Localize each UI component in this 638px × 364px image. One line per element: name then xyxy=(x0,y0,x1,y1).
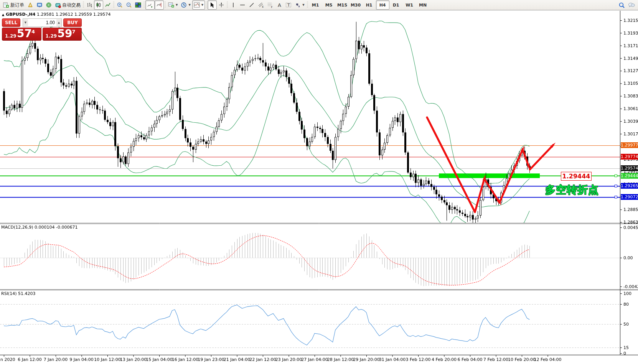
zoom-out-icon xyxy=(126,2,132,8)
price-badge-1.29265: 1.29265 xyxy=(621,183,638,189)
price-level-label[interactable]: 1.29444 xyxy=(561,172,592,181)
new-order-button[interactable]: 新订单 xyxy=(2,0,26,10)
ohlc-values: 1.29581 1.29612 1.29559 1.29574 xyxy=(37,12,110,17)
rsi-label: RSI(14) 51.4203 xyxy=(1,291,35,296)
new-chart-icon xyxy=(168,2,174,8)
volume-stepper: ▼ ▲ xyxy=(23,18,62,27)
sell-button[interactable]: SELL xyxy=(2,18,20,27)
horizontal-line-icon xyxy=(239,2,246,8)
buy-price-panel[interactable]: 1.29 59 7 xyxy=(43,28,82,41)
turning-point-annotation[interactable]: 多空转折点 xyxy=(545,183,599,197)
profiles-button[interactable]: ▼ xyxy=(179,0,192,10)
mt4-application: 新订单 自动交易 xyxy=(0,0,638,364)
one-click-trading-panel: SELL ▼ ▲ BUY 1.29 57 4 1.29 59 7 xyxy=(2,18,82,41)
market-button[interactable] xyxy=(35,0,44,10)
dropdown-caret-icon: ▼ xyxy=(302,3,304,7)
auto-scroll-icon xyxy=(147,2,153,8)
text-button[interactable]: A xyxy=(275,0,284,10)
dropdown-caret-icon: ▼ xyxy=(188,3,190,7)
timeframe-h4-button[interactable]: H4 xyxy=(376,0,389,10)
horizontal-line-button[interactable] xyxy=(238,0,247,10)
text-icon: A xyxy=(276,2,282,8)
gold-badge-icon xyxy=(27,2,33,8)
chat-bubbles-icon xyxy=(628,2,635,8)
chart-bars-button[interactable] xyxy=(85,0,94,10)
timeframe-m30-button[interactable]: M30 xyxy=(349,0,363,10)
macd-label: MACD(12,26,9) 0.000104 -0.000671 xyxy=(1,225,77,230)
search-icon xyxy=(618,2,625,8)
cursor-arrow-icon xyxy=(209,2,215,8)
chart-shift-button[interactable] xyxy=(155,0,164,10)
indicators-icon xyxy=(194,2,200,8)
green-globe-icon xyxy=(46,2,52,8)
sell-price-point: 4 xyxy=(31,29,35,35)
volume-input[interactable] xyxy=(28,19,56,26)
profile-button[interactable] xyxy=(26,0,35,10)
toolbar-grip xyxy=(165,2,166,8)
bar-chart-icon xyxy=(86,2,92,8)
dropdown-caret-icon: ▼ xyxy=(176,3,178,7)
price-chart-canvas[interactable] xyxy=(0,0,638,364)
svg-text:F: F xyxy=(271,6,273,8)
community-button[interactable] xyxy=(44,0,53,10)
vertical-line-icon xyxy=(230,2,236,8)
zoom-in-button[interactable] xyxy=(115,0,124,10)
tile-windows-button[interactable] xyxy=(134,0,143,10)
price-badge-1.29444: 1.29444 xyxy=(621,173,638,179)
chart-candles-button[interactable] xyxy=(94,0,103,10)
auto-scroll-button[interactable] xyxy=(145,0,155,10)
shapes-button[interactable]: ▼ xyxy=(293,0,306,10)
sell-price-pips: 57 xyxy=(17,27,32,40)
symbol-period-label: GBPUSD-,H4 xyxy=(6,12,35,17)
channel-icon: E xyxy=(258,2,264,8)
timeframe-h1-button[interactable]: H1 xyxy=(363,0,376,10)
auto-trading-button[interactable]: 自动交易 xyxy=(53,0,82,10)
arrows-shapes-icon xyxy=(295,2,301,8)
indicators-button[interactable]: ▼ xyxy=(192,0,205,10)
clock-icon xyxy=(181,2,187,8)
sell-price-prefix: 1.29 xyxy=(5,33,16,39)
trendline-button[interactable] xyxy=(247,0,256,10)
toolbar-grip xyxy=(143,2,145,8)
search-button[interactable] xyxy=(617,0,626,10)
toolbar-grip xyxy=(83,2,84,8)
chart-line-button[interactable] xyxy=(103,0,112,10)
dropdown-caret-icon: ▼ xyxy=(201,3,203,7)
timeframe-m15-button[interactable]: M15 xyxy=(336,0,349,10)
toolbar-grip xyxy=(206,2,207,8)
crosshair-button[interactable] xyxy=(217,0,226,10)
collapse-triangle-icon[interactable]: ▲ xyxy=(2,13,4,16)
new-chart-button[interactable]: ▼ xyxy=(167,0,179,10)
sell-price-panel[interactable]: 1.29 57 4 xyxy=(2,28,41,41)
line-chart-icon xyxy=(105,2,111,8)
price-badge-1.29574: 1.29574 xyxy=(621,165,638,171)
timeframe-d1-button[interactable]: D1 xyxy=(389,0,403,10)
volume-increase-button[interactable]: ▲ xyxy=(56,19,61,26)
timeframe-w1-button[interactable]: W1 xyxy=(403,0,416,10)
fibonacci-button[interactable]: F xyxy=(265,0,275,10)
cursor-button[interactable] xyxy=(208,0,217,10)
timeframe-mn-button[interactable]: MN xyxy=(416,0,430,10)
buy-button[interactable]: BUY xyxy=(63,18,82,27)
zoom-out-button[interactable] xyxy=(124,0,134,10)
chart-title: ▲GBPUSD-,H4 1.29581 1.29612 1.29559 1.29… xyxy=(2,12,110,17)
chat-button[interactable] xyxy=(626,0,636,10)
text-label-icon: T xyxy=(285,2,292,8)
chart-shift-icon xyxy=(156,2,162,8)
timeframe-m1-button[interactable]: M1 xyxy=(309,0,322,10)
toolbar: 新订单 自动交易 xyxy=(0,0,638,10)
auto-trading-label: 自动交易 xyxy=(62,2,81,8)
timeframe-m5-button[interactable]: M5 xyxy=(322,0,336,10)
buy-price-prefix: 1.29 xyxy=(46,33,57,39)
candlestick-icon xyxy=(96,2,102,8)
text-label-button[interactable]: T xyxy=(284,0,293,10)
new-order-icon xyxy=(3,2,9,8)
equidistant-channel-button[interactable]: E xyxy=(256,0,265,10)
zoom-in-icon xyxy=(117,2,123,8)
svg-text:T: T xyxy=(287,3,290,8)
volume-decrease-button[interactable]: ▼ xyxy=(23,19,28,26)
vertical-line-button[interactable] xyxy=(229,0,238,10)
toolbar-grip xyxy=(113,2,114,8)
crosshair-icon xyxy=(218,2,224,8)
buy-price-pips: 59 xyxy=(58,27,73,40)
